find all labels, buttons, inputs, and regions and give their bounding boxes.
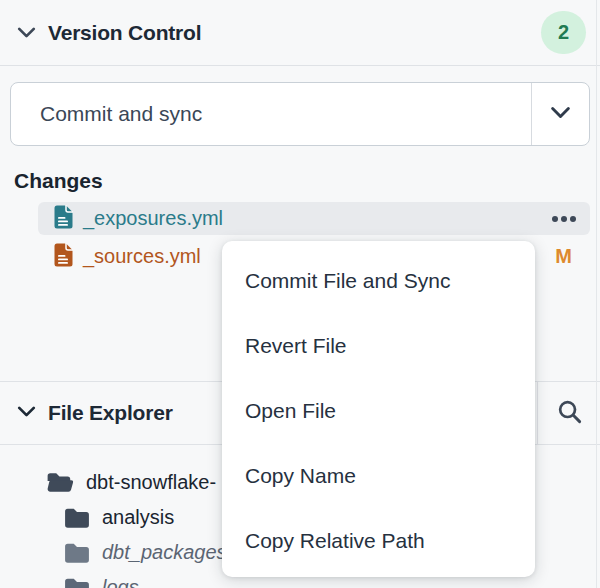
folder-icon (64, 542, 90, 564)
chevron-down-icon (547, 99, 574, 130)
panel-right-edge (596, 0, 597, 588)
file-context-menu: Commit File and Sync Revert File Open Fi… (222, 241, 535, 577)
commit-split-button: Commit and sync (10, 82, 590, 146)
changes-section-label: Changes (14, 170, 600, 192)
version-control-header: Version Control 2 (0, 0, 600, 66)
chevron-down-icon[interactable] (14, 399, 39, 428)
commit-dropdown-button[interactable] (532, 83, 589, 145)
folder-open-icon (46, 471, 74, 494)
changes-count-badge: 2 (541, 11, 586, 54)
menu-item-copy-relative-path[interactable]: Copy Relative Path (222, 508, 535, 573)
file-actions-menu-button[interactable] (550, 212, 578, 226)
changed-file-row-exposures[interactable]: _exposures.yml (38, 202, 590, 235)
changed-file-name: _sources.yml (83, 245, 201, 268)
menu-item-open-file[interactable]: Open File (222, 378, 535, 443)
tree-item-label: dbt-snowflake- (86, 471, 216, 494)
modified-status-badge: M (555, 245, 572, 268)
file-search-button[interactable] (538, 382, 600, 444)
tree-item-label: dbt_packages (102, 541, 227, 564)
folder-icon (64, 577, 90, 588)
menu-item-copy-name[interactable]: Copy Name (222, 443, 535, 508)
changed-file-name: _exposures.yml (83, 207, 223, 230)
search-icon (556, 398, 583, 429)
chevron-down-icon[interactable] (14, 20, 39, 45)
menu-item-commit-file-and-sync[interactable]: Commit File and Sync (222, 248, 535, 313)
tree-item-label: logs (102, 576, 139, 588)
ide-sidebar: Version Control 2 Commit and sync Change… (0, 0, 600, 588)
yml-file-icon (53, 205, 73, 233)
yml-file-icon (53, 243, 73, 271)
commit-section: Commit and sync (0, 66, 600, 146)
menu-item-revert-file[interactable]: Revert File (222, 313, 535, 378)
version-control-title: Version Control (48, 21, 201, 45)
commit-and-sync-button[interactable]: Commit and sync (11, 83, 531, 145)
folder-icon (64, 507, 90, 529)
file-explorer-title: File Explorer (48, 401, 173, 425)
tree-item-label: analysis (102, 506, 174, 529)
